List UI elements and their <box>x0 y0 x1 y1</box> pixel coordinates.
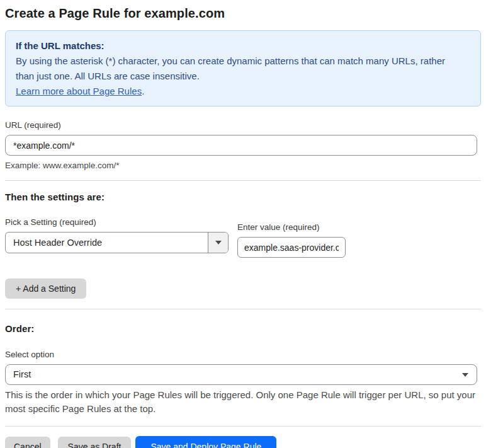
add-setting-button[interactable]: + Add a Setting <box>5 279 86 299</box>
enter-value-column: Enter value (required) <box>237 222 346 258</box>
info-box-heading: If the URL matches: <box>16 38 470 54</box>
info-box-body: By using the asterisk (*) character, you… <box>16 54 456 84</box>
divider <box>5 309 481 309</box>
setting-select-value: Host Header Override <box>6 233 208 253</box>
setting-value-input[interactable] <box>237 237 346 258</box>
url-example-text: Example: www.example.com/* <box>5 161 481 170</box>
order-heading: Order: <box>5 323 481 334</box>
footer-actions: Cancel Save as Draft Save and Deploy Pag… <box>5 436 481 448</box>
link-period: . <box>142 86 144 96</box>
url-input[interactable] <box>5 135 477 156</box>
settings-section: Then the settings are: Pick a Setting (r… <box>5 192 481 299</box>
url-matches-info-box: If the URL matches: By using the asteris… <box>5 30 481 106</box>
order-select-label: Select option <box>5 350 481 359</box>
caret-down-icon <box>462 373 468 377</box>
enter-value-label: Enter value (required) <box>237 222 346 232</box>
order-section: Order: Select option First This is the o… <box>5 323 481 416</box>
pick-setting-column: Pick a Setting (required) Host Header Ov… <box>5 217 229 253</box>
setting-row: Pick a Setting (required) Host Header Ov… <box>5 217 481 258</box>
info-box-link-line: Learn more about Page Rules. <box>16 84 470 99</box>
setting-select-arrow-button[interactable] <box>208 233 228 253</box>
page-title: Create a Page Rule for example.com <box>5 6 481 21</box>
settings-heading: Then the settings are: <box>5 192 481 202</box>
save-as-draft-button[interactable]: Save as Draft <box>58 437 132 448</box>
pick-setting-label: Pick a Setting (required) <box>5 217 229 227</box>
order-select-value: First <box>6 365 462 384</box>
url-label: URL (required) <box>5 120 481 130</box>
setting-select[interactable]: Host Header Override <box>5 232 229 253</box>
save-and-deploy-button[interactable]: Save and Deploy Page Rule <box>135 436 276 448</box>
divider <box>5 180 481 181</box>
divider <box>5 426 481 427</box>
order-help-text: This is the order in which your Page Rul… <box>5 388 478 416</box>
order-caret-wrap <box>462 365 477 384</box>
learn-more-link[interactable]: Learn more about Page Rules <box>16 86 142 96</box>
caret-down-icon <box>215 241 222 244</box>
order-select[interactable]: First <box>5 364 477 385</box>
cancel-button[interactable]: Cancel <box>5 437 50 448</box>
url-section: URL (required) Example: www.example.com/… <box>5 120 481 170</box>
